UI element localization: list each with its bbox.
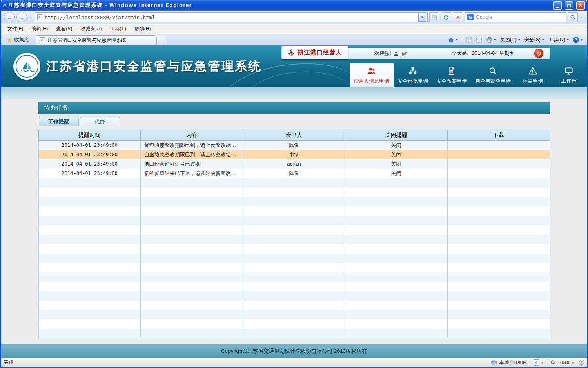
- home-button[interactable]: ▼: [448, 37, 458, 43]
- nav-item-self-check[interactable]: 自查与督查申请: [471, 63, 515, 87]
- column-header-sender: 发出人: [243, 130, 345, 141]
- table-row-empty: [38, 329, 550, 338]
- security-zone: 本地 Intranet: [491, 359, 527, 366]
- people-icon: [366, 66, 377, 76]
- menu-item-help[interactable]: 帮助(H): [131, 24, 155, 34]
- page-footer: Copyright©江苏省交通规划设计院股份有限公司 2013版权所有: [1, 344, 587, 358]
- print-button[interactable]: ▼: [486, 37, 497, 43]
- cell-close: [345, 319, 447, 329]
- nav-item-operator-info[interactable]: 经营人信息申请: [350, 63, 394, 87]
- system-logo-emblem: [16, 55, 38, 78]
- page-menu-button[interactable]: 页面(P) ▼: [500, 36, 521, 43]
- cell-time: [38, 244, 140, 254]
- rss-icon: [466, 37, 472, 43]
- zoom-level: 100%: [557, 360, 570, 366]
- column-header-time: 提醒时间: [38, 130, 140, 141]
- column-header-download: 下载: [448, 130, 550, 141]
- favorites-button[interactable]: ★ 收藏夹: [3, 35, 33, 45]
- browser-tab[interactable]: 江苏省港口安全监管与应急管理系统: [36, 35, 155, 45]
- cell-content: [140, 319, 243, 329]
- nav-item-label: 经营人信息申请: [354, 78, 390, 85]
- page-zoom-shortcut[interactable]: ▼: [534, 359, 543, 366]
- cell-time: [38, 178, 140, 188]
- cell-close: [345, 310, 447, 319]
- cell-time: 2014-04-01 23:49:00: [38, 169, 140, 178]
- cell-sender: [243, 216, 345, 225]
- nav-item-emergency[interactable]: 应急申请: [515, 63, 551, 87]
- monitor-icon: [564, 66, 574, 76]
- resize-grip[interactable]: [579, 360, 584, 366]
- chevron-down-icon: ▼: [518, 38, 521, 41]
- cell-download: [448, 263, 550, 272]
- cell-sender: admin: [243, 159, 345, 169]
- cell-download: [448, 197, 550, 206]
- forward-button[interactable]: →: [16, 12, 27, 22]
- menu-item-edit[interactable]: 编辑(E): [28, 24, 51, 34]
- favorites-label: 收藏夹: [14, 36, 29, 43]
- minimize-button[interactable]: [553, 1, 562, 10]
- panel-title: 待办任务: [44, 104, 69, 112]
- cell-time: [38, 206, 140, 216]
- cell-close[interactable]: 关闭: [345, 159, 447, 169]
- refresh-button[interactable]: [441, 12, 451, 22]
- nav-item-label: 自查与督查申请: [475, 78, 511, 85]
- refresh-icon: [443, 14, 449, 20]
- feeds-button[interactable]: [466, 37, 472, 43]
- logout-button[interactable]: [534, 49, 543, 58]
- cell-content: [140, 291, 243, 301]
- cell-close[interactable]: 关闭: [345, 150, 447, 159]
- document-icon: [446, 66, 457, 76]
- search-input[interactable]: [476, 14, 565, 20]
- url-input[interactable]: [45, 14, 416, 20]
- new-tab-stub[interactable]: [156, 37, 166, 45]
- cell-close[interactable]: 关闭: [345, 169, 447, 178]
- back-button[interactable]: ←: [4, 12, 15, 22]
- cell-content: 自查隐患整改期限已到，请上传整改结果…: [140, 150, 243, 159]
- search-dropdown-button[interactable]: ▼: [579, 16, 584, 19]
- close-button[interactable]: ×: [576, 1, 585, 10]
- divider: [462, 37, 462, 43]
- menu-item-view[interactable]: 查看(V): [52, 24, 76, 34]
- cell-close: [345, 329, 447, 338]
- menu-item-tools[interactable]: 工具(T): [106, 24, 129, 34]
- menu-item-favorites[interactable]: 收藏夹(A): [77, 24, 105, 34]
- table-row-empty: [38, 291, 550, 301]
- panel-title-bar: 待办任务: [38, 102, 550, 114]
- cell-download: [448, 206, 550, 216]
- nav-item-label: 安全备案申请: [437, 78, 467, 85]
- window-title: 江苏省港口安全监管与应急管理系统 - Windows Internet Expl…: [8, 2, 550, 9]
- tab-delegate[interactable]: 代办: [80, 117, 120, 126]
- table-row-empty: [38, 263, 550, 272]
- cell-sender: 陈俊: [243, 169, 345, 178]
- cell-close[interactable]: 关闭: [345, 141, 447, 150]
- cell-time: [38, 263, 140, 272]
- cell-close: [345, 216, 447, 225]
- mail-button[interactable]: [476, 37, 482, 43]
- search-go-button[interactable]: [568, 12, 578, 22]
- history-dropdown-button[interactable]: ▼: [29, 16, 33, 19]
- role-badge-label: 镇江港口经营人: [298, 49, 342, 56]
- cell-close: [345, 188, 447, 197]
- cell-close: [345, 178, 447, 188]
- url-dropdown-button[interactable]: ▼: [418, 13, 426, 22]
- maximize-button[interactable]: [565, 1, 573, 10]
- nav-item-label: 安全审批申请: [398, 78, 428, 85]
- nav-item-workbench[interactable]: 工作台: [551, 63, 587, 87]
- help-button[interactable]: ? ▼: [573, 37, 583, 43]
- tab-work-reminder[interactable]: 工作提醒: [39, 117, 79, 126]
- safety-menu-button[interactable]: 安全(S) ▼: [524, 36, 545, 43]
- tools-menu-button[interactable]: 工具(O) ▼: [548, 36, 569, 43]
- stop-button[interactable]: ✕: [453, 12, 463, 22]
- cell-time: [38, 291, 140, 301]
- role-badge[interactable]: 镇江港口经营人: [281, 46, 348, 59]
- menu-item-file[interactable]: 文件(F): [4, 24, 27, 34]
- column-header-close: 关闭提醒: [345, 130, 447, 141]
- nav-item-safety-record[interactable]: 安全备案申请: [432, 63, 471, 87]
- cell-content: [140, 188, 243, 197]
- compatibility-view-button[interactable]: [429, 12, 439, 22]
- power-icon: [536, 51, 541, 56]
- user-icon: [393, 51, 399, 56]
- zoom-control[interactable]: 100% ▼: [550, 360, 575, 366]
- cell-time: [38, 329, 140, 338]
- nav-item-safety-approval[interactable]: 安全审批申请: [394, 63, 432, 87]
